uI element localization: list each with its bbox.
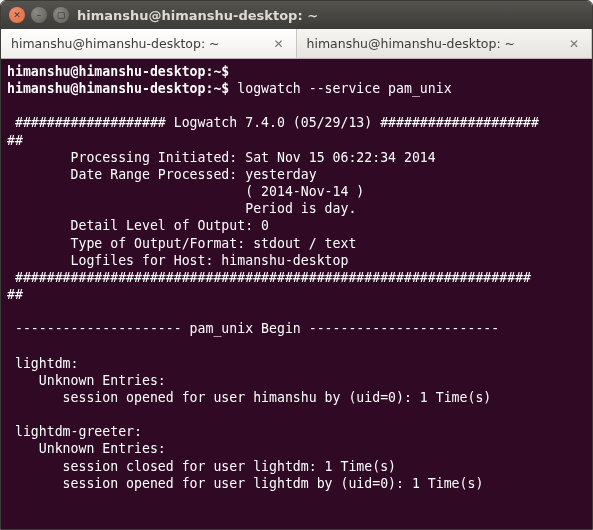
terminal-window: ✕ – ▢ himanshu@himanshu-desktop: ~ himan… (0, 0, 593, 530)
output-line (7, 98, 15, 113)
terminal-output[interactable]: himanshu@himanshu-desktop:~$ himanshu@hi… (1, 59, 592, 529)
output-line: Date Range Processed: yesterday (7, 167, 317, 182)
window-title: himanshu@himanshu-desktop: ~ (77, 8, 318, 23)
output-line: Detail Level of Output: 0 (7, 218, 269, 233)
close-icon[interactable]: ✕ (567, 37, 581, 51)
output-line: Processing Initiated: Sat Nov 15 06:22:3… (7, 150, 436, 165)
tab-label: himanshu@himanshu-desktop: ~ (307, 36, 516, 51)
tab-bar: himanshu@himanshu-desktop: ~ ✕ himanshu@… (1, 29, 592, 59)
close-icon[interactable]: ✕ (9, 7, 25, 23)
minimize-icon[interactable]: – (31, 7, 47, 23)
output-line: ## (7, 287, 23, 302)
prompt: himanshu@himanshu-desktop:~$ (7, 81, 229, 96)
output-line: Period is day. (7, 201, 356, 216)
output-line: lightdm: (7, 356, 78, 371)
output-line: Type of Output/Format: stdout / text (7, 236, 356, 251)
maximize-icon[interactable]: ▢ (53, 7, 69, 23)
tab-1[interactable]: himanshu@himanshu-desktop: ~ ✕ (1, 29, 297, 58)
output-line (7, 339, 15, 354)
tab-label: himanshu@himanshu-desktop: ~ (11, 36, 220, 51)
close-icon[interactable]: ✕ (271, 37, 285, 51)
output-line: ########################################… (7, 270, 531, 285)
output-line: ( 2014-Nov-14 ) (7, 184, 364, 199)
prompt: himanshu@himanshu-desktop:~$ (7, 64, 229, 79)
output-line: session opened for user himanshu by (uid… (7, 390, 491, 405)
output-line: session opened for user lightdm by (uid=… (7, 476, 483, 491)
output-line: lightdm-greeter: (7, 424, 142, 439)
output-line: Unknown Entries: (7, 441, 166, 456)
output-line (7, 304, 15, 319)
output-line: ## (7, 133, 23, 148)
window-controls: ✕ – ▢ (9, 7, 69, 23)
titlebar[interactable]: ✕ – ▢ himanshu@himanshu-desktop: ~ (1, 1, 592, 29)
output-line (7, 407, 15, 422)
output-line: Logfiles for Host: himanshu-desktop (7, 253, 348, 268)
output-line: session closed for user lightdm: 1 Time(… (7, 459, 396, 474)
output-line: --------------------- pam_unix Begin ---… (7, 321, 507, 336)
output-line: Unknown Entries: (7, 373, 166, 388)
command-text: logwatch --service pam_unix (229, 81, 451, 96)
output-line: ################### Logwatch 7.4.0 (05/2… (7, 115, 539, 130)
tab-2[interactable]: himanshu@himanshu-desktop: ~ ✕ (297, 29, 593, 58)
